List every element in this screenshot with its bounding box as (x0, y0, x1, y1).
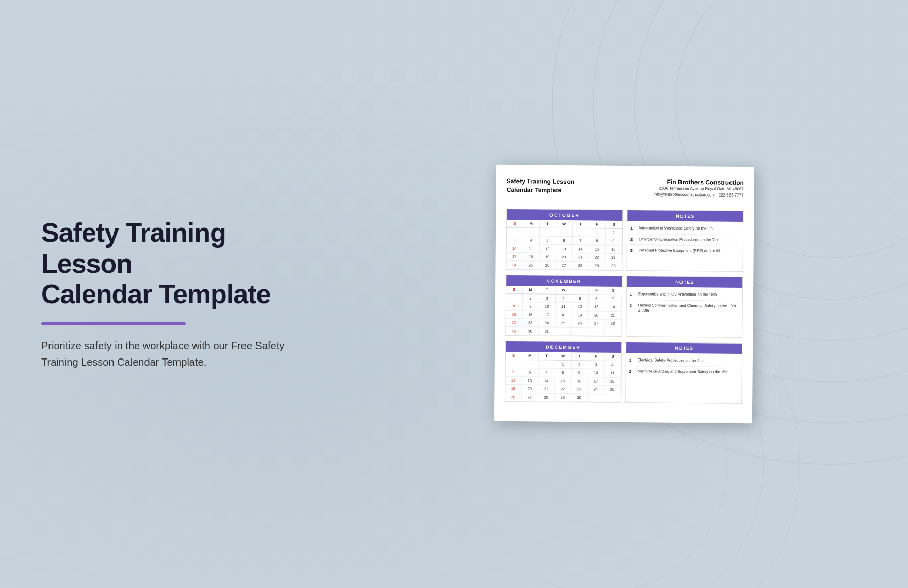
doc-title-left: Safety Training Lesson Calendar Template (507, 177, 575, 195)
note-row: 2 Hazard Communication and Chemical Safe… (630, 300, 739, 317)
october-section: OCTOBER S M T W T F S 12 3456789 1011121… (506, 209, 743, 272)
december-notes: NOTES 1 Electrical Safety Procedure on t… (625, 342, 742, 404)
day-headers: S M T W T F S (507, 220, 622, 229)
page-title: Safety Training Lesson Calendar Template (41, 218, 320, 310)
october-calendar: OCTOBER S M T W T F S 12 3456789 1011121… (506, 209, 623, 271)
october-notes: NOTES 1 Introduction to Workplace Safety… (626, 210, 743, 272)
left-section: Safety Training Lesson Calendar Template… (0, 187, 361, 401)
note-row: 1 Electrical Safety Procedure on the 9th… (629, 355, 739, 367)
doc-header: Safety Training Lesson Calendar Template… (507, 177, 744, 204)
document-preview: Safety Training Lesson Calendar Template… (494, 165, 754, 423)
december-section: DECEMBER S M T W T F S 1234 567891011 12… (505, 341, 742, 404)
november-grid: 1234567 891011121314 15161718192021 2223… (506, 294, 622, 336)
note-row: 2 Emergency Evacuation Procedures on the… (630, 234, 740, 246)
note-row: 1 Introduction to Workplace Safety on th… (630, 223, 740, 235)
note-row: 3 Personal Protective Equipment (PPE) on… (630, 245, 740, 256)
november-section: NOVEMBER S M T W T F S 1234567 891011121… (505, 275, 743, 338)
december-calendar: DECEMBER S M T W T F S 1234 567891011 12… (505, 341, 622, 403)
right-section: Safety Training Lesson Calendar Template… (361, 145, 908, 443)
day-headers: S M T W T F S (506, 286, 622, 295)
note-row: 2 Machine Guarding and Equipment Safety … (629, 366, 739, 378)
note-row: 1 Ergonomics and Injury Prevention on th… (630, 289, 739, 301)
november-notes: NOTES 1 Ergonomics and Injury Prevention… (626, 276, 743, 338)
doc-title-right: Fin Brothers Construction 2106 Tennessee… (654, 178, 744, 199)
day-headers: S M T W T F S (506, 352, 621, 361)
december-grid: 1234 567891011 12131415161718 1920212223… (505, 360, 621, 402)
description-text: Prioritize safety in the workplace with … (41, 337, 289, 370)
title-underline (41, 322, 186, 325)
november-calendar: NOVEMBER S M T W T F S 1234567 891011121… (505, 275, 622, 337)
october-grid: 12 3456789 10111213141516 17181920212223… (506, 228, 622, 270)
